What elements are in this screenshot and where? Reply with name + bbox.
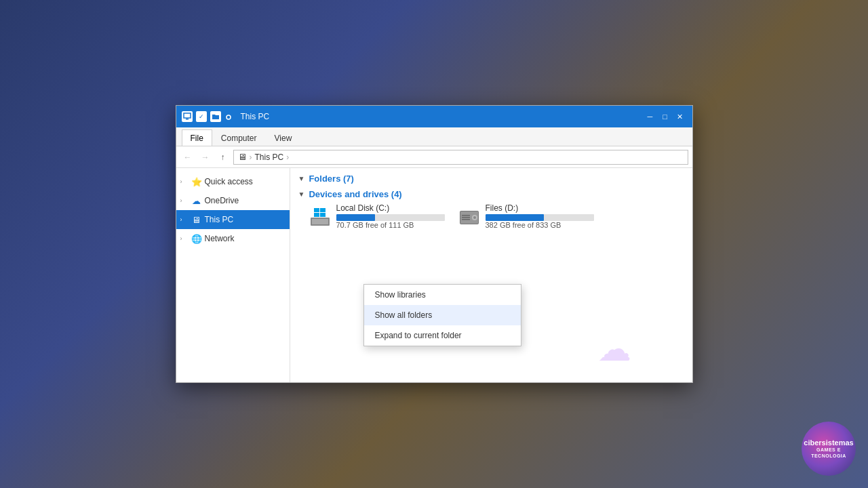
drive-d-bar-wrap [486,214,594,221]
devices-arrow: ▼ [298,190,305,198]
address-separator-1: › [250,152,252,162]
svg-rect-7 [314,213,319,217]
titlebar-icon-check: ✓ [196,111,207,122]
quick-access-icon: ⭐ [191,176,202,187]
address-bar: ← → ↑ 🖥 › This PC › [176,146,692,168]
context-menu-show-all-folders[interactable]: Show all folders [364,305,521,325]
chevron-quick-access: › [180,178,189,185]
drive-d-icon [458,205,480,227]
drive-c-item[interactable]: Local Disk (C:) 70.7 GB free of 111 GB [309,203,445,229]
svg-rect-4 [312,219,328,224]
drive-d-bar [486,214,544,221]
chevron-onedrive: › [180,197,189,204]
svg-rect-8 [320,213,326,217]
cloud-decoration: ☁ [597,329,631,369]
watermark: cibersistemas GAMES E TECNOLOGIA [802,422,856,476]
folders-arrow: ▼ [298,175,305,182]
svg-rect-14 [462,217,470,218]
chevron-network: › [180,235,189,242]
devices-title: Devices and drives (4) [309,189,401,199]
maximize-button[interactable]: □ [658,110,672,123]
svg-point-2 [226,115,231,119]
folders-header[interactable]: ▼ Folders (7) [298,174,684,184]
sidebar-item-this-pc[interactable]: › 🖥 This PC [176,210,290,229]
drive-c-bar-wrap [336,214,445,221]
forward-button[interactable]: → [198,150,213,165]
sidebar: › ⭐ Quick access › ☁ OneDrive › 🖥 This P… [176,168,290,382]
drive-d-name: Files (D:) [486,203,594,213]
onedrive-icon: ☁ [191,195,202,206]
up-button[interactable]: ↑ [216,150,231,165]
titlebar-icon-folder [210,111,221,122]
devices-section: ▼ Devices and drives (4) [298,189,684,229]
tab-computer[interactable]: Computer [212,129,266,146]
context-menu: Show libraries Show all folders Expand t… [363,284,521,346]
explorer-window: ✓ This PC ─ □ ✕ File Computer View ← → ↑… [176,105,693,383]
content-pane: ▼ Folders (7) ▼ Devices and drives (4) [290,168,692,382]
context-menu-expand-current[interactable]: Expand to current folder [364,325,521,346]
this-pc-label: This PC [205,215,234,224]
window-controls: ─ □ ✕ [644,110,687,123]
drive-c-free: 70.7 GB free of 111 GB [336,221,445,229]
watermark-logo: cibersistemas GAMES E TECNOLOGIA [802,422,856,476]
svg-rect-5 [314,208,319,212]
drive-c-header: Local Disk (C:) 70.7 GB free of 111 GB [309,203,445,229]
titlebar-icon-pin [224,112,234,121]
address-path[interactable]: 🖥 › This PC › [233,150,688,165]
title-bar: ✓ This PC ─ □ ✕ [176,106,692,127]
tab-file[interactable]: File [182,129,212,146]
address-separator-2: › [286,152,289,162]
watermark-name: cibersistemas [802,439,856,447]
sidebar-item-network[interactable]: › 🌐 Network [176,229,290,248]
context-menu-show-libraries[interactable]: Show libraries [364,285,521,305]
svg-rect-0 [184,113,191,118]
drive-c-info: Local Disk (C:) 70.7 GB free of 111 GB [336,203,445,229]
svg-rect-6 [320,208,326,212]
svg-rect-1 [186,119,189,120]
folders-title: Folders (7) [309,174,353,184]
drive-c-name: Local Disk (C:) [336,203,445,213]
window-title: This PC [238,112,639,121]
titlebar-icon-monitor [182,111,193,122]
close-button[interactable]: ✕ [673,110,687,123]
title-bar-icons: ✓ [182,111,234,122]
svg-point-12 [473,216,476,219]
network-label: Network [205,234,235,243]
chevron-this-pc: › [180,216,189,223]
onedrive-label: OneDrive [205,196,239,205]
drive-c-icon [309,205,331,227]
devices-header[interactable]: ▼ Devices and drives (4) [298,189,684,199]
ribbon-tabs: File Computer View [176,127,692,146]
main-area: › ⭐ Quick access › ☁ OneDrive › 🖥 This P… [176,168,692,382]
network-icon: 🌐 [191,233,202,244]
drive-d-free: 382 GB free of 833 GB [486,221,594,229]
watermark-tagline: GAMES E TECNOLOGIA [802,447,856,459]
svg-rect-13 [462,215,470,216]
sidebar-item-onedrive[interactable]: › ☁ OneDrive [176,191,290,210]
folders-section: ▼ Folders (7) [298,174,684,184]
address-this-pc: This PC [255,152,284,162]
tab-view[interactable]: View [266,129,301,146]
drives-grid: Local Disk (C:) 70.7 GB free of 111 GB [298,203,684,229]
svg-rect-15 [462,219,470,220]
back-button[interactable]: ← [180,150,195,165]
address-pc-icon: 🖥 [238,152,247,162]
minimize-button[interactable]: ─ [644,110,657,123]
drive-d-info: Files (D:) 382 GB free of 833 GB [486,203,594,229]
drive-c-bar [336,214,376,221]
quick-access-label: Quick access [205,177,253,186]
this-pc-icon: 🖥 [191,214,202,225]
drive-d-item[interactable]: Files (D:) 382 GB free of 833 GB [458,203,594,229]
drive-d-header: Files (D:) 382 GB free of 833 GB [458,203,594,229]
sidebar-item-quick-access[interactable]: › ⭐ Quick access [176,172,290,191]
